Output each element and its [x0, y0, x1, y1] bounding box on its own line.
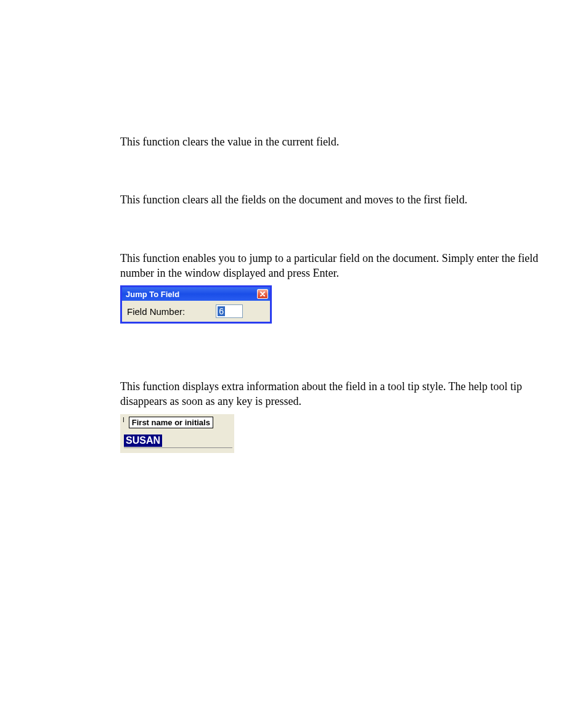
field-help-description: This function displays extra information… — [120, 379, 545, 409]
close-icon[interactable] — [257, 289, 268, 299]
field-value-highlighted[interactable]: SUSAN — [124, 434, 162, 447]
tooltip-figure: IFirst name or initials SUSAN — [120, 414, 234, 453]
field-number-value: 6 — [218, 306, 225, 316]
clear-field-description: This function clears the value in the cu… — [120, 134, 545, 149]
dialog-title: Jump To Field — [126, 290, 179, 299]
field-number-input[interactable]: 6 — [216, 304, 243, 318]
field-number-label: Field Number: — [127, 306, 185, 317]
dialog-titlebar[interactable]: Jump To Field — [122, 287, 270, 301]
field-underline — [124, 447, 232, 448]
jump-to-field-description: This function enables you to jump to a p… — [120, 251, 545, 281]
clear-all-fields-description: This function clears all the fields on t… — [120, 192, 545, 207]
jump-to-field-dialog: Jump To Field Field Number: 6 — [120, 285, 272, 324]
dialog-body: Field Number: 6 — [122, 301, 270, 322]
field-tooltip: First name or initials — [129, 417, 213, 428]
tick-mark: I — [123, 417, 125, 423]
